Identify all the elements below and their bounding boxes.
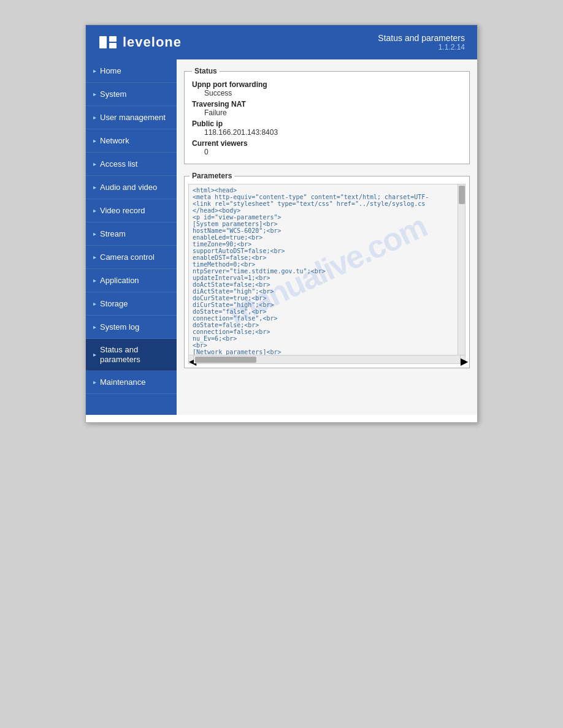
svg-rect-2 [109,43,117,48]
sidebar-arrow-icon: ▸ [93,300,96,307]
sidebar-item-label-stream: Stream [100,229,126,239]
sidebar-arrow-icon: ▸ [93,230,96,237]
scrollbar-h-track[interactable] [194,355,460,363]
parameters-legend: Parameters [190,172,234,180]
parameters-code: <html><head> <meta http-equiv="content-t… [189,184,465,355]
status-row-value: 0 [204,148,462,156]
sidebar-arrow-icon: ▸ [93,207,96,214]
sidebar-item-label-network: Network [100,136,129,146]
parameters-section: Parameters <html><head> <meta http-equiv… [184,172,470,368]
status-row-label: Public ip [192,119,462,128]
sidebar-item-network[interactable]: ▸Network [86,129,177,153]
status-legend: Status [192,67,220,75]
sidebar-item-camera-control[interactable]: ▸Camera control [86,246,177,269]
sidebar-arrow-icon: ▸ [93,277,96,284]
sidebar-item-maintenance[interactable]: ▸Maintenance [86,371,177,394]
status-row: Current viewers0 [192,139,462,156]
content: Status Upnp port forwardingSuccessTraver… [177,59,477,415]
scrollbar-horizontal-area: ◀ ▶ [188,355,465,364]
sidebar-item-label-video-record: Video record [100,206,145,216]
sidebar-item-label-audio-video: Audio and video [100,183,157,192]
sidebar-item-label-user-management: User management [100,113,166,123]
header: levelone Status and parameters 1.1.2.14 [86,25,477,59]
sidebar-item-label-status-parameters: Status and parameters [100,345,169,364]
sidebar-item-system[interactable]: ▸System [86,83,177,106]
sidebar-arrow-icon: ▸ [93,254,96,260]
logo-text: levelone [123,34,182,50]
svg-rect-1 [109,36,117,42]
scrollbar-h-left-btn[interactable]: ◀ [189,355,194,363]
outer-frame: levelone Status and parameters 1.1.2.14 … [85,25,478,423]
svg-rect-0 [99,36,107,48]
status-row-value: Success [204,89,462,97]
sidebar-item-storage[interactable]: ▸Storage [86,292,177,316]
scrollbar-h-right-btn[interactable]: ▶ [460,355,465,363]
sidebar-arrow-icon: ▸ [93,91,96,97]
sidebar-item-status-parameters[interactable]: ▸Status and parameters [86,339,177,371]
sidebar-arrow-icon: ▸ [93,67,96,74]
sidebar-arrow-icon: ▸ [93,324,96,330]
sidebar-item-label-camera-control: Camera control [100,252,155,262]
sidebar-arrow-icon: ▸ [93,137,96,144]
header-title: Status and parameters [378,33,465,43]
sidebar-item-system-log[interactable]: ▸System log [86,316,177,339]
sidebar-item-label-storage: Storage [100,299,128,309]
sidebar-arrow-icon: ▸ [93,161,96,167]
sidebar-item-access-list[interactable]: ▸Access list [86,153,177,176]
sidebar-arrow-icon: ▸ [93,379,96,385]
status-row-label: Traversing NAT [192,100,462,108]
sidebar-item-application[interactable]: ▸Application [86,269,177,292]
sidebar-item-video-record[interactable]: ▸Video record [86,199,177,222]
sidebar-item-label-access-list: Access list [100,159,137,169]
sidebar-arrow-icon: ▸ [93,184,96,191]
main-layout: ▸Home▸System▸User management▸Network▸Acc… [86,59,477,415]
status-row-value: 118.166.201.143:8403 [204,128,462,137]
sidebar-item-user-management[interactable]: ▸User management [86,106,177,129]
status-row: Traversing NATFailure [192,100,462,117]
sidebar-arrow-icon: ▸ [93,114,96,121]
status-section: Status Upnp port forwardingSuccessTraver… [184,67,470,164]
logo-icon [98,34,118,51]
sidebar-item-label-system: System [100,89,126,99]
status-row-label: Current viewers [192,139,462,148]
sidebar-arrow-icon: ▸ [93,351,96,358]
scrollbar-vertical[interactable] [458,184,465,355]
logo-area: levelone [98,34,182,51]
sidebar-item-label-application: Application [100,276,139,286]
header-title-area: Status and parameters 1.1.2.14 [378,33,465,51]
status-rows: Upnp port forwardingSuccessTraversing NA… [192,80,462,156]
sidebar: ▸Home▸System▸User management▸Network▸Acc… [86,59,177,415]
status-row-label: Upnp port forwarding [192,80,462,89]
sidebar-item-stream[interactable]: ▸Stream [86,222,177,246]
status-row: Upnp port forwardingSuccess [192,80,462,97]
scrollbar-thumb-v[interactable] [459,186,465,204]
status-row-value: Failure [204,108,462,117]
header-version: 1.1.2.14 [378,43,465,51]
sidebar-item-label-system-log: System log [100,322,139,332]
scrollbar-thumb-h[interactable] [195,357,256,363]
parameters-content: <html><head> <meta http-equiv="content-t… [185,180,469,368]
sidebar-item-audio-video[interactable]: ▸Audio and video [86,176,177,199]
parameters-scroll-area[interactable]: <html><head> <meta http-equiv="content-t… [188,184,465,355]
sidebar-item-label-home: Home [100,66,121,76]
sidebar-item-home[interactable]: ▸Home [86,59,177,83]
status-row: Public ip118.166.201.143:8403 [192,119,462,137]
sidebar-item-label-maintenance: Maintenance [100,377,145,387]
